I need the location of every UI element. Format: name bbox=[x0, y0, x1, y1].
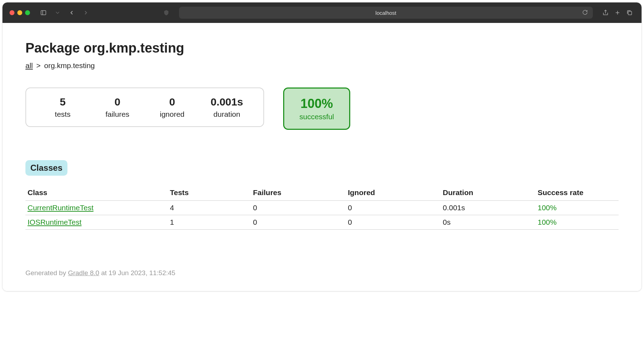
stat-duration-value: 0.001s bbox=[199, 96, 254, 108]
table-row: IOSRuntimeTest 1 0 0 0s 100% bbox=[25, 215, 619, 230]
stat-tests-value: 5 bbox=[35, 96, 90, 108]
cell-success-rate: 100% bbox=[536, 215, 619, 230]
table-header-row: Class Tests Failures Ignored Duration Su… bbox=[25, 186, 619, 201]
sidebar-toggle-icon[interactable] bbox=[38, 8, 48, 18]
svg-rect-0 bbox=[41, 11, 46, 15]
breadcrumb-current: org.kmp.testing bbox=[44, 61, 95, 69]
th-tests: Tests bbox=[168, 186, 251, 201]
footer-prefix: Generated by bbox=[25, 269, 68, 277]
th-class: Class bbox=[25, 186, 168, 201]
class-link[interactable]: IOSRuntimeTest bbox=[28, 218, 82, 226]
cell-tests: 4 bbox=[168, 201, 251, 215]
th-ignored: Ignored bbox=[346, 186, 441, 201]
svg-rect-5 bbox=[628, 11, 632, 15]
cell-duration: 0.001s bbox=[441, 201, 536, 215]
browser-toolbar: localhost bbox=[2, 2, 642, 23]
address-text: localhost bbox=[375, 10, 396, 16]
stat-failures-value: 0 bbox=[90, 96, 145, 108]
th-duration: Duration bbox=[441, 186, 536, 201]
cell-ignored: 0 bbox=[346, 215, 441, 230]
share-icon[interactable] bbox=[601, 8, 610, 18]
page-title: Package org.kmp.testing bbox=[25, 41, 619, 56]
new-tab-icon[interactable] bbox=[613, 8, 622, 18]
stat-tests: 5 tests bbox=[35, 96, 90, 119]
footer-gradle-link[interactable]: Gradle 8.0 bbox=[68, 269, 99, 277]
maximize-window-button[interactable] bbox=[25, 10, 30, 15]
tabs-overview-icon[interactable] bbox=[625, 8, 634, 18]
cell-ignored: 0 bbox=[346, 201, 441, 215]
stat-ignored-label: ignored bbox=[145, 110, 199, 119]
stat-tests-label: tests bbox=[35, 110, 90, 119]
close-window-button[interactable] bbox=[10, 10, 14, 15]
classes-table: Class Tests Failures Ignored Duration Su… bbox=[25, 186, 619, 230]
footer-suffix: at 19 Jun 2023, 11:52:45 bbox=[99, 269, 175, 277]
page-content: Package org.kmp.testing all > org.kmp.te… bbox=[2, 23, 642, 291]
stats-box: 5 tests 0 failures 0 ignored 0.001s dura… bbox=[25, 87, 264, 127]
th-failures: Failures bbox=[251, 186, 346, 201]
stat-duration: 0.001s duration bbox=[199, 96, 254, 119]
stat-duration-label: duration bbox=[199, 110, 254, 119]
window-controls bbox=[10, 10, 30, 15]
cell-tests: 1 bbox=[168, 215, 251, 230]
shield-icon[interactable] bbox=[161, 8, 171, 18]
breadcrumb-root-link[interactable]: all bbox=[25, 61, 33, 69]
back-button[interactable] bbox=[67, 8, 77, 18]
chevron-down-icon[interactable] bbox=[53, 8, 62, 18]
forward-button[interactable] bbox=[81, 8, 91, 18]
stat-ignored: 0 ignored bbox=[145, 96, 199, 119]
success-value: 100% bbox=[297, 96, 336, 111]
breadcrumb: all > org.kmp.testing bbox=[25, 61, 619, 70]
cell-failures: 0 bbox=[251, 201, 346, 215]
cell-failures: 0 bbox=[251, 215, 346, 230]
address-bar[interactable]: localhost bbox=[179, 7, 593, 19]
summary-row: 5 tests 0 failures 0 ignored 0.001s dura… bbox=[25, 87, 619, 130]
breadcrumb-separator: > bbox=[36, 61, 41, 69]
stat-failures: 0 failures bbox=[90, 96, 145, 119]
cell-success-rate: 100% bbox=[536, 201, 619, 215]
tab-classes[interactable]: Classes bbox=[25, 160, 67, 176]
success-label: successful bbox=[297, 113, 336, 121]
footer: Generated by Gradle 8.0 at 19 Jun 2023, … bbox=[25, 269, 175, 277]
th-success-rate: Success rate bbox=[536, 186, 619, 201]
minimize-window-button[interactable] bbox=[17, 10, 22, 15]
reload-icon[interactable] bbox=[582, 10, 588, 16]
cell-duration: 0s bbox=[441, 215, 536, 230]
class-link[interactable]: CurrentRuntimeTest bbox=[28, 204, 94, 212]
stat-ignored-value: 0 bbox=[145, 96, 199, 108]
stat-failures-label: failures bbox=[90, 110, 145, 119]
table-row: CurrentRuntimeTest 4 0 0 0.001s 100% bbox=[25, 201, 619, 215]
success-box: 100% successful bbox=[283, 87, 350, 130]
